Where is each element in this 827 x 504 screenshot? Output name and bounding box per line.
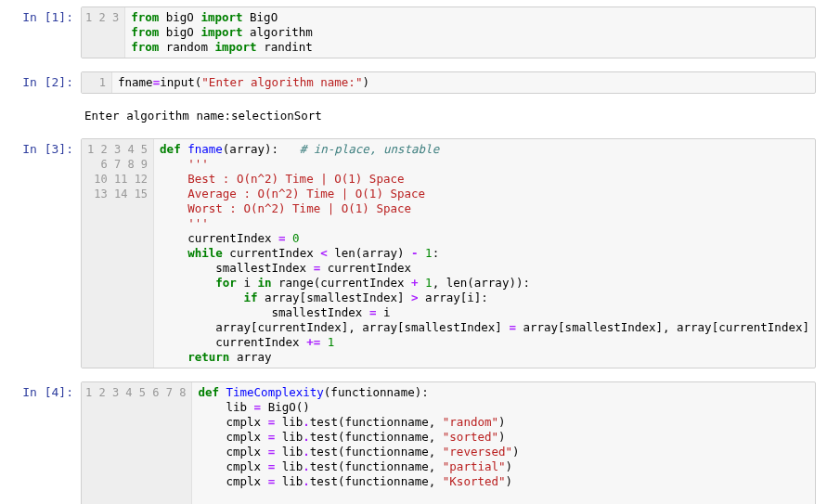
code-content[interactable]: from bigO import BigO from bigO import a… <box>125 7 815 58</box>
line-gutter: 1 2 3 4 5 6 7 8 9 10 11 12 13 14 15 <box>82 139 154 368</box>
input-prompt: In [4]: <box>4 381 81 400</box>
output-cell: Enter algorithm name:selectionSort <box>4 104 823 128</box>
input-prompt: In [2]: <box>4 71 81 90</box>
input-prompt: In [3]: <box>4 138 81 157</box>
input-prompt: In [1]: <box>4 6 81 25</box>
code-cell[interactable]: In [2]:1fname=input("Enter algorithm nam… <box>4 69 823 97</box>
output-text: Enter algorithm name:selectionSort <box>81 107 816 125</box>
line-gutter: 1 <box>82 72 112 93</box>
input-area[interactable]: 1fname=input("Enter algorithm name:") <box>81 71 816 94</box>
line-gutter: 1 2 3 4 5 6 7 8 <box>82 382 192 504</box>
code-cell[interactable]: In [1]:1 2 3from bigO import BigO from b… <box>4 4 823 61</box>
code-content[interactable]: fname=input("Enter algorithm name:") <box>112 72 815 93</box>
notebook: In [1]:1 2 3from bigO import BigO from b… <box>4 4 823 504</box>
code-content[interactable]: def TimeComplexity(functionname): lib = … <box>192 382 815 504</box>
line-gutter: 1 2 3 <box>82 7 125 58</box>
input-area[interactable]: 1 2 3 4 5 6 7 8 9 10 11 12 13 14 15def f… <box>81 138 816 368</box>
input-area[interactable]: 1 2 3from bigO import BigO from bigO imp… <box>81 6 816 58</box>
code-cell[interactable]: In [3]:1 2 3 4 5 6 7 8 9 10 11 12 13 14 … <box>4 136 823 371</box>
code-cell[interactable]: In [4]:1 2 3 4 5 6 7 8def TimeComplexity… <box>4 379 823 504</box>
code-content[interactable]: def fname(array): # in-place, unstable '… <box>154 139 815 368</box>
input-area[interactable]: 1 2 3 4 5 6 7 8def TimeComplexity(functi… <box>81 381 816 504</box>
